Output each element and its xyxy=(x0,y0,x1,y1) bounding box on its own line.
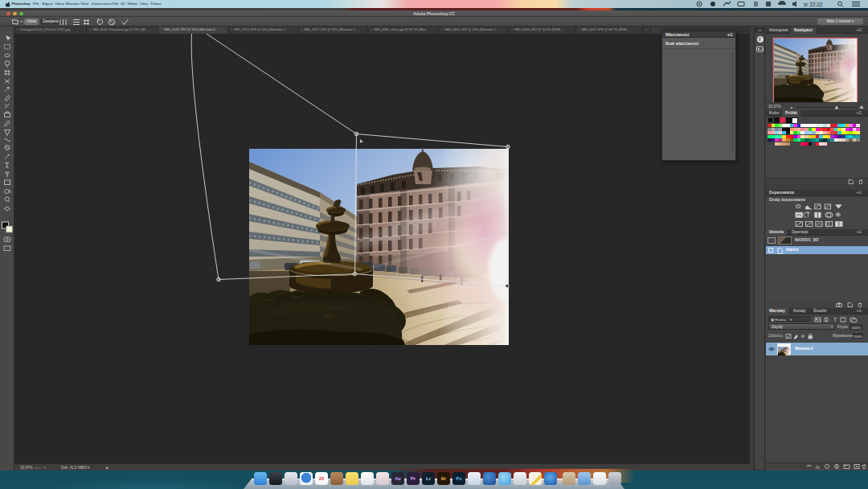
svg-text:śr 22:22: śr 22:22 xyxy=(804,2,823,7)
svg-text:fx: fx xyxy=(816,465,821,470)
svg-text:T: T xyxy=(833,317,837,323)
